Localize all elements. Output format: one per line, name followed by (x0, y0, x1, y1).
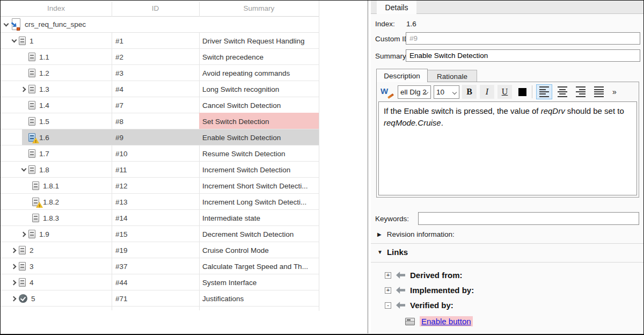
left-arrow-icon (396, 302, 405, 309)
expand-chevron[interactable] (19, 88, 28, 91)
toolbar-overflow-button[interactable]: » (612, 88, 617, 96)
tree-row-3[interactable]: 3#37Calculate Target Speed and Th... (1, 258, 319, 274)
align-justify-button[interactable] (591, 84, 607, 99)
cell-summary: Increment Long Switch Detecti... (199, 194, 319, 210)
expand-chevron[interactable] (10, 249, 19, 252)
tree-row-1.9[interactable]: 1.9#15Decrement Switch Detection (1, 226, 319, 242)
left-arrow-icon (396, 272, 405, 279)
table-right-edge (319, 1, 319, 311)
description-text-area[interactable]: If the Enable switch is pressed, the val… (378, 101, 637, 195)
cell-index: 1.9 (1, 226, 112, 242)
index-text: 1.8 (39, 166, 49, 174)
tree-row-1.4[interactable]: 1.4#7Cancel Switch Detection (1, 97, 319, 113)
cell-index: 4 (1, 274, 112, 290)
revision-information-label: Revision information: (387, 230, 455, 238)
tree-row-1.1[interactable]: 1.1#2Switch precedence (1, 49, 319, 65)
pencil-icon (387, 93, 394, 99)
tree-row-1.7[interactable]: 1.7#10Resume Switch Detection (1, 145, 319, 162)
tree-row-5[interactable]: 5#71Justifications (1, 290, 319, 307)
column-header-id[interactable]: ID (112, 1, 199, 16)
cell-id: #8 (112, 113, 199, 129)
links-section-toggle[interactable]: ▼ Links (377, 247, 408, 257)
summary-label: Summary: (375, 52, 408, 60)
tree-row-1[interactable]: 1#1Driver Switch Request Handling (1, 33, 319, 49)
index-value: 1.6 (406, 20, 416, 28)
index-label: Index: (375, 20, 395, 28)
font-family-select[interactable]: ell Dlg 2 (398, 85, 431, 99)
tree-row-1.8.3[interactable]: 1.8.3#14Intermediate state (1, 210, 319, 226)
tree-row-1.3[interactable]: 1.3#4Long Switch recognition (1, 81, 319, 97)
root-expand-chevron[interactable] (2, 24, 11, 26)
cell-id: #1 (112, 33, 199, 49)
keywords-field[interactable] (418, 212, 639, 225)
requirement-icon (28, 85, 35, 93)
align-center-button[interactable] (554, 84, 570, 99)
edit-in-word-icon[interactable]: W (380, 86, 393, 97)
bold-button[interactable]: B (462, 85, 477, 99)
revision-information-toggle[interactable]: ▶ Revision information: (377, 230, 455, 238)
link-group-verified-by: - Verified by: (385, 301, 453, 310)
tree-row-2[interactable]: 2#19Cruise Control Mode (1, 242, 319, 258)
cell-summary: Decrement Switch Detection (199, 226, 319, 242)
cell-index: 1.1 (1, 49, 112, 65)
tree-row-1.6[interactable]: 1.6#9Enable Switch Detection (1, 129, 319, 145)
cell-id: #2 (112, 49, 199, 65)
cell-id: #4 (112, 81, 199, 97)
align-left-button[interactable] (536, 84, 552, 99)
cell-id: #71 (112, 290, 199, 307)
custom-id-field[interactable]: #9 (406, 32, 640, 45)
align-right-button[interactable] (573, 84, 589, 99)
column-header-index[interactable]: Index (1, 1, 112, 16)
requirement-icon (28, 53, 35, 61)
cell-id: #12 (112, 178, 199, 194)
cell-summary: Driver Switch Request Handling (199, 33, 319, 49)
collapse-minus-icon[interactable]: - (385, 302, 391, 309)
expand-chevron[interactable] (10, 40, 19, 42)
font-size-select[interactable]: 10 (434, 85, 459, 99)
keywords-label: Keywords: (375, 215, 409, 223)
underline-button[interactable]: U (497, 85, 512, 99)
tree-row-4[interactable]: 4#44System Interface (1, 274, 319, 290)
cell-summary: Cruise Control Mode (199, 242, 319, 258)
italic-button[interactable]: I (480, 85, 494, 99)
tab-rationale[interactable]: Rationale (428, 70, 477, 82)
justification-icon (19, 294, 27, 303)
cell-id: #3 (112, 65, 199, 81)
expand-plus-icon[interactable]: + (385, 272, 391, 279)
chevron-down-icon (452, 90, 457, 94)
tree-row-1.8[interactable]: 1.8#11Increment Switch Detection (1, 162, 319, 178)
cell-index: 3 (1, 258, 112, 274)
tree-row-1.2[interactable]: 1.2#3Avoid repeating commands (1, 65, 319, 81)
expand-chevron[interactable] (10, 297, 19, 301)
cell-summary: Avoid repeating commands (199, 65, 319, 81)
cell-index: 1.8 (1, 162, 112, 178)
requirement-icon (32, 181, 39, 190)
tab-details[interactable]: Details (377, 1, 416, 14)
cell-index: 5 (1, 290, 112, 307)
summary-field[interactable]: Enable Switch Detection (406, 49, 640, 62)
requirement-warning-icon (32, 198, 39, 206)
tree-row-1.8.1[interactable]: 1.8.1#12Increment Short Switch Detecti..… (1, 178, 319, 194)
cell-index: 1.2 (1, 65, 112, 81)
expand-chevron[interactable] (19, 232, 28, 236)
column-divider (199, 2, 200, 17)
tree-row-root[interactable]: crs_req_func_spec (1, 17, 319, 33)
enable-button-link[interactable]: Enable button (420, 316, 473, 326)
index-text: 3 (30, 263, 34, 271)
links-section-label: Links (387, 247, 408, 257)
expand-chevron[interactable] (10, 281, 19, 285)
tab-description[interactable]: Description (376, 69, 428, 82)
requirement-warning-icon (28, 133, 35, 142)
column-header-summary[interactable]: Summary (199, 1, 319, 16)
section-divider (371, 243, 643, 244)
index-text: 1.3 (39, 85, 49, 93)
tree-row-1.8.2[interactable]: 1.8.2#13Increment Long Switch Detecti... (1, 194, 319, 210)
cell-id: #11 (112, 162, 199, 178)
tree-row-1.5[interactable]: 1.5#8Set Switch Detection (1, 113, 319, 129)
text-color-swatch[interactable] (518, 88, 526, 96)
expand-chevron[interactable] (19, 169, 28, 171)
expand-plus-icon[interactable]: + (385, 287, 391, 294)
cell-summary: Justifications (199, 290, 319, 307)
cell-id: #15 (112, 226, 199, 242)
expand-chevron[interactable] (10, 265, 19, 268)
